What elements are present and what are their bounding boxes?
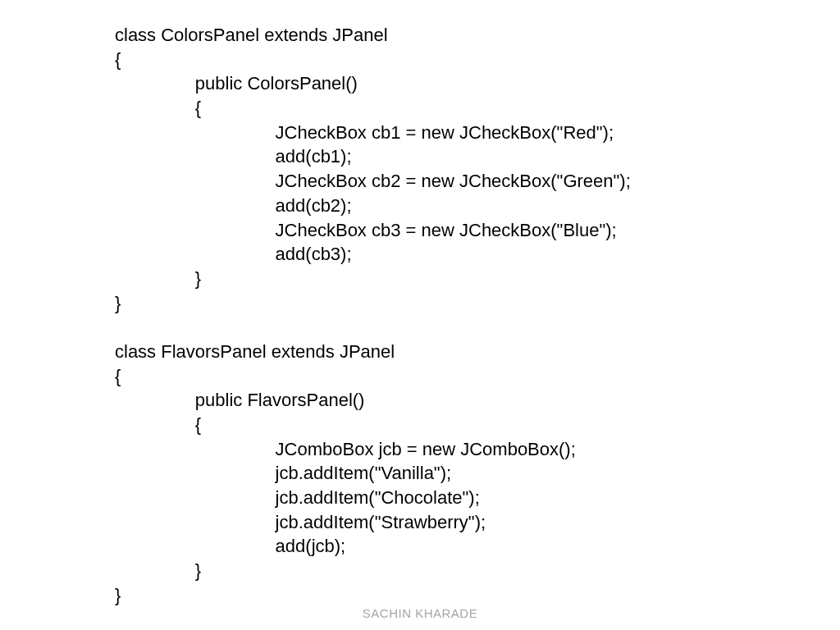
- code-line: add(cb2);: [115, 194, 840, 218]
- code-line: add(cb3);: [115, 242, 840, 267]
- code-line: {: [115, 96, 840, 121]
- code-line: JComboBox jcb = new JComboBox();: [115, 437, 840, 462]
- code-line: {: [115, 48, 840, 72]
- code-line: JCheckBox cb2 = new JCheckBox("Green");: [115, 169, 840, 194]
- code-line: jcb.addItem("Strawberry");: [115, 510, 840, 535]
- code-line: {: [115, 413, 840, 437]
- code-line: JCheckBox cb3 = new JCheckBox("Blue");: [115, 218, 840, 243]
- code-line: }: [115, 559, 840, 583]
- slide-content: class ColorsPanel extends JPanel{ public…: [0, 0, 840, 608]
- code-line: add(cb1);: [115, 144, 840, 169]
- code-line: jcb.addItem("Chocolate");: [115, 486, 840, 510]
- code-line: jcb.addItem("Vanilla");: [115, 461, 840, 486]
- code-line: }: [115, 267, 840, 291]
- code-line: class FlavorsPanel extends JPanel: [115, 340, 840, 364]
- code-line: JCheckBox cb1 = new JCheckBox("Red");: [115, 121, 840, 145]
- code-block: class ColorsPanel extends JPanel{ public…: [115, 23, 840, 608]
- code-line: public ColorsPanel(): [115, 71, 840, 96]
- footer-author: SACHIN KHARADE: [0, 606, 840, 620]
- code-line: class ColorsPanel extends JPanel: [115, 23, 840, 48]
- code-line: }: [115, 291, 840, 316]
- code-line: public FlavorsPanel(): [115, 388, 840, 413]
- code-line: add(jcb);: [115, 534, 840, 559]
- code-line: [115, 315, 840, 340]
- code-line: {: [115, 364, 840, 389]
- code-line: }: [115, 583, 840, 608]
